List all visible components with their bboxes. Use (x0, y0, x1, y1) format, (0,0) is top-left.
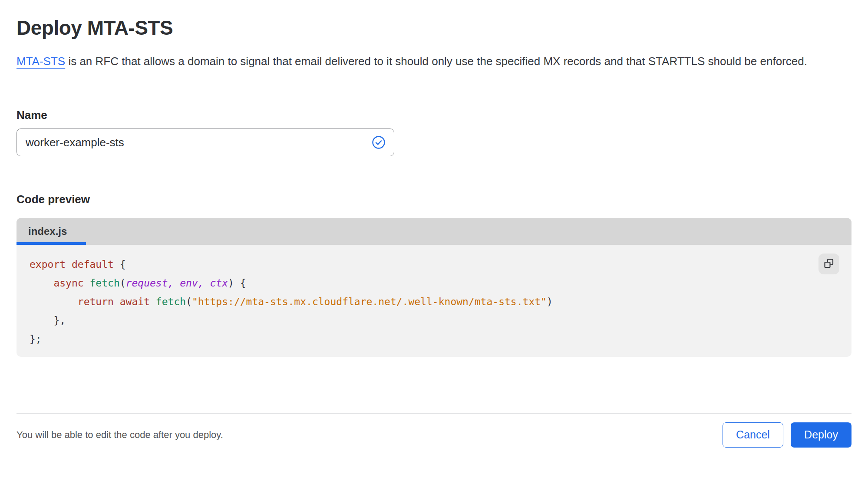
deploy-mta-sts-page: Deploy MTA-STS MTA-STS is an RFC that al… (0, 16, 868, 494)
name-label: Name (17, 109, 851, 122)
description-text: is an RFC that allows a domain to signal… (65, 55, 807, 68)
page-title: Deploy MTA-STS (17, 16, 851, 40)
code-preview-label: Code preview (17, 193, 851, 206)
code-tabbar: index.js (17, 218, 851, 245)
check-circle-icon (372, 135, 386, 149)
description: MTA-STS is an RFC that allows a domain t… (17, 51, 844, 71)
mta-sts-link[interactable]: MTA-STS (17, 55, 65, 68)
footer-divider (17, 413, 851, 414)
name-input-wrap (17, 128, 394, 156)
tab-label: index.js (28, 225, 67, 237)
name-input[interactable] (17, 128, 394, 156)
copy-icon (823, 258, 835, 270)
copy-code-button[interactable] (818, 254, 839, 274)
code-preview-card: index.js export default { async fetch(re… (17, 218, 851, 357)
code-content: export default { async fetch(request, en… (30, 255, 838, 349)
cancel-button[interactable]: Cancel (723, 422, 783, 448)
deploy-button[interactable]: Deploy (791, 422, 851, 448)
tab-index-js[interactable]: index.js (17, 218, 86, 245)
code-panel: export default { async fetch(request, en… (17, 245, 851, 357)
footer: You will be able to edit the code after … (17, 422, 851, 448)
footer-actions: Cancel Deploy (723, 422, 851, 448)
footer-note: You will be able to edit the code after … (17, 429, 223, 441)
